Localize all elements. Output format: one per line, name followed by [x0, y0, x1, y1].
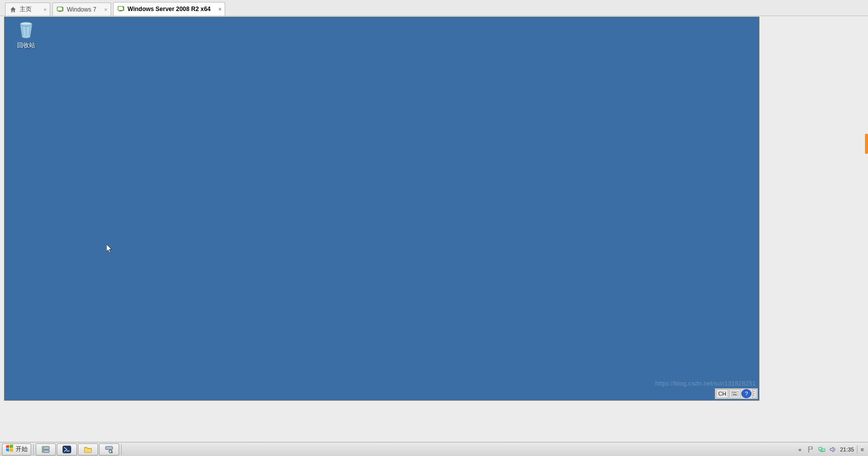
grip-icon[interactable] [752, 389, 756, 398]
tray-clock[interactable]: 21:35 [840, 446, 854, 452]
svg-rect-4 [731, 391, 738, 396]
explorer-icon[interactable] [78, 443, 98, 455]
svg-rect-5 [732, 392, 733, 393]
svg-rect-7 [735, 392, 736, 393]
guest-desktop[interactable]: 回收站 CH ? https://blog.csdn.net/sun131828… [4, 17, 759, 401]
close-icon[interactable]: × [219, 6, 222, 12]
desktop-icon-label: 回收站 [8, 41, 45, 50]
svg-point-9 [753, 391, 754, 392]
tab-windows7[interactable]: Windows 7 × [52, 3, 111, 16]
close-icon[interactable]: × [104, 7, 107, 13]
system-tray: « 21:35 ≡ [796, 445, 868, 453]
svg-rect-8 [733, 394, 737, 395]
windows-logo-icon [6, 444, 14, 454]
watermark-text: https://blog.csdn.net/sun131828251 [655, 380, 756, 387]
right-orange-grip[interactable] [865, 134, 868, 154]
svg-point-11 [753, 395, 754, 396]
server-manager-icon[interactable] [36, 443, 56, 455]
tab-label: Windows Server 2008 R2 x64 [128, 6, 211, 13]
ime-lang-label: CH [718, 391, 726, 397]
taskbar-separator [33, 444, 34, 455]
start-label: 开始 [16, 445, 28, 453]
volume-icon[interactable] [829, 445, 837, 453]
vm-icon [118, 6, 125, 13]
desktop-icon-recycle-bin[interactable]: 回收站 [8, 20, 45, 50]
keyboard-icon[interactable] [729, 389, 740, 398]
svg-point-14 [43, 447, 44, 448]
powershell-icon[interactable] [57, 443, 77, 455]
tab-home[interactable]: 主页 × [5, 3, 50, 16]
flag-icon[interactable] [807, 445, 815, 453]
svg-rect-18 [819, 447, 822, 450]
svg-point-10 [753, 393, 754, 394]
vm-tab-bar: 主页 × Windows 7 × Windows Server 2008 R2 … [0, 0, 868, 16]
home-icon [10, 6, 17, 13]
ime-language-bar[interactable]: CH ? [715, 388, 758, 399]
tab-label: Windows 7 [67, 6, 97, 13]
guest-cursor-icon [107, 244, 113, 253]
start-button[interactable]: 开始 [2, 443, 31, 455]
show-desktop-button[interactable]: ≡ [857, 445, 865, 453]
taskbar-separator [121, 444, 122, 455]
guest-taskbar: 开始 « 21:35 ≡ [0, 442, 868, 456]
tray-chevron-icon[interactable]: « [796, 445, 804, 453]
tools-icon[interactable] [99, 443, 119, 455]
close-icon[interactable]: × [44, 7, 47, 13]
vm-icon [57, 6, 64, 13]
svg-rect-17 [106, 446, 113, 449]
help-icon[interactable]: ? [741, 389, 751, 398]
tab-windows-server-2008[interactable]: Windows Server 2008 R2 x64 × [113, 2, 225, 16]
svg-point-15 [43, 450, 44, 451]
network-icon[interactable] [818, 445, 826, 453]
ime-lang-button[interactable]: CH [716, 389, 728, 398]
recycle-bin-icon [16, 20, 36, 40]
svg-rect-6 [734, 392, 735, 393]
tab-label: 主页 [20, 5, 32, 14]
